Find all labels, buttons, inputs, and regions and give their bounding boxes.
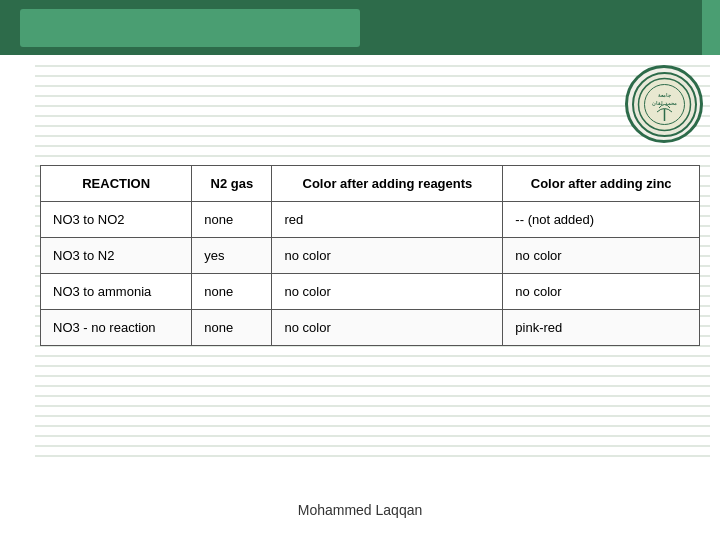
table-cell-2-1: none — [192, 274, 272, 310]
table-cell-0-0: NO3 to NO2 — [41, 202, 192, 238]
table-cell-2-2: no color — [272, 274, 503, 310]
right-accent-bar — [702, 0, 720, 55]
table-row: NO3 - no reactionnoneno colorpink-red — [41, 310, 700, 346]
table-cell-3-2: no color — [272, 310, 503, 346]
table-cell-3-0: NO3 - no reaction — [41, 310, 192, 346]
bg-line — [35, 435, 710, 437]
table-cell-1-0: NO3 to N2 — [41, 238, 192, 274]
table-cell-2-3: no color — [503, 274, 700, 310]
bg-line — [35, 395, 710, 397]
header-accent-block — [20, 9, 360, 47]
bg-line — [35, 455, 710, 457]
table-cell-0-1: none — [192, 202, 272, 238]
bg-line — [35, 405, 710, 407]
main-content: REACTION N2 gas Color after adding reage… — [40, 65, 690, 346]
bg-line — [35, 425, 710, 427]
table-cell-3-1: none — [192, 310, 272, 346]
table-cell-3-3: pink-red — [503, 310, 700, 346]
col-header-reaction: REACTION — [41, 166, 192, 202]
col-header-color-reagents: Color after adding reagents — [272, 166, 503, 202]
top-header-bar — [0, 0, 720, 55]
table-row: NO3 to ammonianoneno colorno color — [41, 274, 700, 310]
table-cell-2-0: NO3 to ammonia — [41, 274, 192, 310]
bg-line — [35, 385, 710, 387]
bg-line — [35, 355, 710, 357]
table-row: NO3 to N2yesno colorno color — [41, 238, 700, 274]
table-header-row: REACTION N2 gas Color after adding reage… — [41, 166, 700, 202]
table-cell-1-3: no color — [503, 238, 700, 274]
table-cell-0-2: red — [272, 202, 503, 238]
col-header-color-zinc: Color after adding zinc — [503, 166, 700, 202]
table-cell-1-2: no color — [272, 238, 503, 274]
table-cell-1-1: yes — [192, 238, 272, 274]
footer-attribution: Mohammed Laqqan — [0, 502, 720, 518]
bg-line — [35, 445, 710, 447]
bg-line — [35, 415, 710, 417]
bg-line — [35, 375, 710, 377]
bg-line — [35, 365, 710, 367]
table-cell-0-3: -- (not added) — [503, 202, 700, 238]
reaction-table: REACTION N2 gas Color after adding reage… — [40, 165, 700, 346]
table-row: NO3 to NO2nonered-- (not added) — [41, 202, 700, 238]
col-header-n2gas: N2 gas — [192, 166, 272, 202]
